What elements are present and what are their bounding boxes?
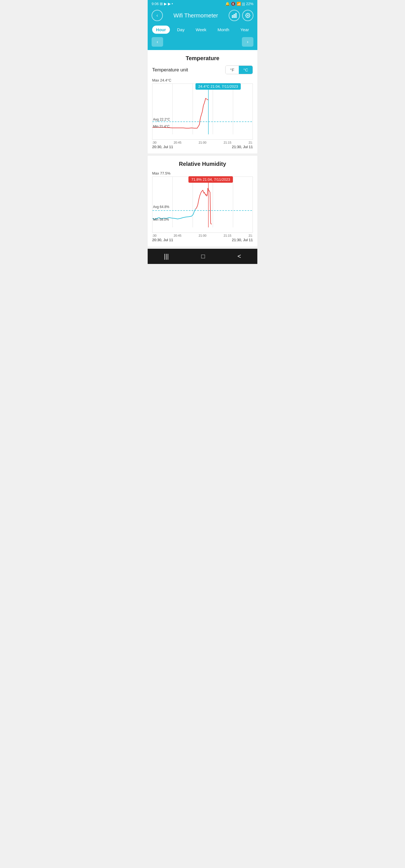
humidity-max-label: Max 77.5% bbox=[152, 171, 253, 176]
next-icon: › bbox=[247, 39, 248, 44]
temp-date-end: 21:30, Jul 11 bbox=[232, 145, 253, 149]
temp-svg bbox=[152, 84, 253, 140]
page-title: Wifi Thermometer bbox=[174, 12, 218, 19]
tab-month[interactable]: Month bbox=[214, 26, 233, 34]
humidity-tooltip: 71.8% 21:04, 7/11/2023 bbox=[189, 176, 233, 183]
header: ‹ Wifi Thermometer bbox=[148, 8, 257, 24]
chart-button[interactable] bbox=[229, 10, 240, 21]
temperature-title: Temperature bbox=[152, 55, 253, 62]
back-arrow-icon: < bbox=[237, 253, 241, 260]
unit-row: Temperature unit °F °C bbox=[152, 65, 253, 74]
back-button[interactable]: ‹ bbox=[152, 10, 163, 21]
humidity-date-end: 21:30, Jul 11 bbox=[232, 238, 253, 242]
unit-f-button[interactable]: °F bbox=[226, 66, 239, 74]
chart-icon bbox=[232, 13, 237, 18]
temp-avg-label: Avg 22.2°C bbox=[153, 118, 170, 121]
bottom-nav: ||| □ < bbox=[148, 249, 257, 264]
wifi-icon: 📶 bbox=[236, 2, 241, 6]
signal-icon: ||| bbox=[242, 2, 245, 6]
humidity-chart: 71.8% 21:04, 7/11/2023 Avg 64.8% Min 5 bbox=[152, 177, 253, 233]
humidity-date-labels: 20:30, Jul 11 21:30, Jul 11 bbox=[152, 238, 253, 242]
humidity-date-start: 20:30, Jul 11 bbox=[152, 238, 173, 242]
gear-icon bbox=[245, 13, 250, 18]
time-display: 9:06 bbox=[152, 2, 158, 6]
header-icons bbox=[229, 10, 253, 21]
humidity-chart-area: Max 77.5% 71.8% 21:04, 7/11/2023 bbox=[152, 171, 253, 242]
menu-icon: ||| bbox=[164, 253, 169, 260]
tab-year[interactable]: Year bbox=[236, 26, 253, 34]
prev-button[interactable]: ‹ bbox=[152, 37, 163, 46]
temperature-section: Temperature Temperature unit °F °C Max 2… bbox=[148, 50, 257, 153]
tab-bar: Hour Day Week Month Year bbox=[148, 24, 257, 35]
svg-rect-1 bbox=[234, 14, 235, 18]
temp-x-labels: :3020:4521:0021:1521: bbox=[152, 141, 253, 144]
humidity-min-label: Min 59.0% bbox=[153, 218, 169, 221]
humidity-section: Relative Humidity Max 77.5% 71.8% 21:04,… bbox=[148, 156, 257, 247]
tab-week[interactable]: Week bbox=[192, 26, 210, 34]
temp-max-label: Max 24.4°C bbox=[152, 78, 253, 82]
temp-tooltip: 24.4°C 21:04, 7/11/2023 bbox=[196, 83, 241, 90]
svg-point-3 bbox=[247, 15, 249, 16]
unit-label: Temperature unit bbox=[152, 67, 188, 73]
next-button[interactable]: › bbox=[242, 37, 253, 46]
temperature-chart: 24.4°C 21:04, 7/11/2023 Avg 22.2°C Min 2… bbox=[152, 84, 253, 140]
temp-date-labels: 20:30, Jul 11 21:30, Jul 11 bbox=[152, 145, 253, 149]
tab-day[interactable]: Day bbox=[173, 26, 189, 34]
unit-toggle: °F °C bbox=[225, 65, 253, 74]
humidity-avg-label: Avg 64.8% bbox=[153, 205, 169, 209]
svg-rect-2 bbox=[235, 13, 236, 18]
status-icons: ⊞ ▶ ▶ • bbox=[160, 2, 173, 6]
temp-date-start: 20:30, Jul 11 bbox=[152, 145, 173, 149]
humidity-x-labels: :3020:4521:0021:1521: bbox=[152, 234, 253, 237]
back-icon: ‹ bbox=[156, 13, 158, 18]
nav-row: ‹ › bbox=[148, 35, 257, 50]
battery-display: 22% bbox=[246, 2, 253, 6]
bottom-back-button[interactable]: < bbox=[237, 253, 241, 260]
bottom-home-button[interactable]: □ bbox=[201, 253, 205, 260]
bottom-menu-button[interactable]: ||| bbox=[164, 253, 169, 260]
unit-c-button[interactable]: °C bbox=[239, 66, 253, 74]
home-icon: □ bbox=[201, 253, 205, 260]
status-left: 9:06 ⊞ ▶ ▶ • bbox=[152, 2, 173, 6]
status-right: 🔔 🔇 📶 ||| 22% bbox=[225, 2, 253, 6]
svg-rect-0 bbox=[232, 16, 233, 18]
temp-min-label: Min 21.4°C bbox=[153, 125, 170, 128]
tab-hour[interactable]: Hour bbox=[152, 26, 170, 34]
settings-button[interactable] bbox=[242, 10, 253, 21]
humidity-title: Relative Humidity bbox=[152, 161, 253, 167]
alarm-icon: 🔔 bbox=[225, 2, 230, 6]
mute-icon: 🔇 bbox=[231, 2, 235, 6]
status-bar: 9:06 ⊞ ▶ ▶ • 🔔 🔇 📶 ||| 22% bbox=[148, 0, 257, 8]
temperature-chart-area: Max 24.4°C 24.4°C 21:04, 7/11/2023 Av bbox=[152, 78, 253, 149]
prev-icon: ‹ bbox=[157, 39, 158, 44]
